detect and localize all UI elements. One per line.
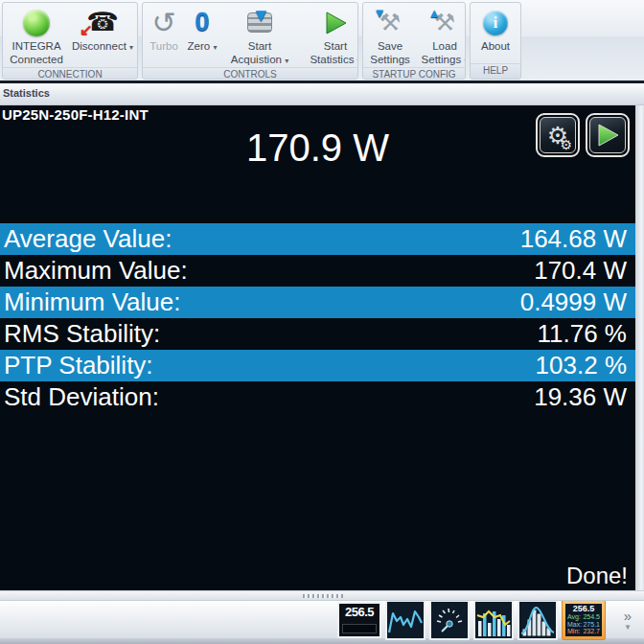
gauge-icon[interactable] <box>429 600 470 640</box>
load-settings-button[interactable]: ⚒▲ Load Settings ▾ <box>416 4 466 67</box>
connected-status-icon <box>23 10 50 36</box>
row-value: 103.2 % <box>536 351 627 380</box>
chevrons-icon: » <box>624 609 632 623</box>
table-row: PTP Stability: 103.2 % <box>0 350 635 381</box>
ribbon-group-controls: ↺ Turbo 0 Zero ▾ ▼ Start Acquistion ▾ St… <box>142 2 358 80</box>
about-button[interactable]: i About <box>474 4 517 55</box>
statistics-display-panel: UP25N-250F-H12-INT 170.9 W ⚙ ⚙ Average V… <box>0 105 635 590</box>
table-row: RMS Stability: 11.76 % <box>0 318 635 350</box>
sensor-name: UP25N-250F-H12-INT <box>2 106 149 123</box>
disconnect-phone-icon: ☎↙ <box>86 10 119 35</box>
bar-chart-icon[interactable] <box>473 600 514 640</box>
thumbnail-value: 256.5 <box>567 605 600 614</box>
row-value: 170.4 W <box>534 256 627 286</box>
row-label: Std Deviation: <box>4 382 159 412</box>
statistics-table: Average Value: 164.68 W Maximum Value: 1… <box>0 223 635 413</box>
ribbon-group-help: i About HELP <box>470 2 521 80</box>
dropdown-caret-icon: ▾ <box>285 57 288 65</box>
thumbnail-max: Max:275.1 <box>567 621 600 629</box>
row-label: Maximum Value: <box>4 256 188 286</box>
group-label-help: HELP <box>471 63 520 79</box>
row-label: PTP Stability: <box>4 351 153 380</box>
group-label-connection: CONNECTION <box>3 67 137 80</box>
line-chart-icon[interactable] <box>385 600 426 640</box>
table-row: Std Deviation: 19.36 W <box>0 381 635 413</box>
play-icon <box>322 10 349 36</box>
display-mode-tray: 256.5 <box>0 601 644 638</box>
integra-connected-label: INTEGRA Connected <box>6 40 67 66</box>
start-statistics-button[interactable]: Start Statistics ▾ <box>299 4 358 67</box>
thumbnail-min: Min:232.7 <box>567 628 600 635</box>
dropdown-caret-icon: ▾ <box>213 43 217 52</box>
acquisition-database-icon: ▼ <box>247 12 272 33</box>
group-label-controls: CONTROLS <box>143 67 357 80</box>
tray-expand-button[interactable]: » ▾ <box>615 609 640 632</box>
turbo-label: Turbo <box>146 40 182 54</box>
dropdown-caret-icon: ▾ <box>357 57 358 65</box>
ribbon: INTEGRA Connected ☎↙ Disconnect ▾ CONNEC… <box>0 0 644 80</box>
load-settings-tools-icon: ⚒▲ <box>434 11 455 34</box>
gear-small-icon: ⚙ <box>560 138 572 151</box>
row-label: Average Value: <box>4 224 172 254</box>
statistics-thumbnail-active[interactable]: 256.5 Avg:254.5 Max:275.1 Min:232.7 <box>562 600 606 640</box>
table-row: Average Value: 164.68 W <box>0 223 635 255</box>
turbo-icon: ↺ <box>151 9 175 37</box>
dropdown-caret-icon: ▾ <box>464 57 466 65</box>
splitter-grip-icon[interactable] <box>303 594 343 598</box>
status-text: Done! <box>566 563 628 589</box>
up-arrow-icon: ▲ <box>428 7 441 19</box>
save-settings-label: Save Settings <box>366 40 414 66</box>
panel-right-gutter <box>635 105 644 590</box>
down-arrow-icon: ▼ <box>374 7 386 19</box>
horizontal-splitter[interactable] <box>0 590 644 601</box>
row-value: 19.36 W <box>534 382 627 412</box>
level-bar-icon <box>342 624 377 633</box>
play-icon <box>593 121 622 150</box>
about-label: About <box>476 40 515 54</box>
ribbon-group-connection: INTEGRA Connected ☎↙ Disconnect ▾ CONNEC… <box>2 2 138 80</box>
row-label: RMS Stability: <box>4 319 160 349</box>
zero-icon: 0 <box>195 10 209 35</box>
panel-start-button[interactable] <box>586 113 630 157</box>
zero-button[interactable]: 0 Zero ▾ <box>184 4 220 55</box>
save-settings-button[interactable]: ⚒▼ Save Settings <box>364 4 416 67</box>
start-acquisition-label: Start Acquistion <box>231 40 282 65</box>
turbo-button[interactable]: ↺ Turbo <box>144 4 184 55</box>
thumbnail-value: 256.5 <box>345 605 374 619</box>
histogram-icon[interactable] <box>518 600 558 640</box>
info-icon: i <box>483 11 508 35</box>
save-settings-tools-icon: ⚒▼ <box>380 11 401 34</box>
integra-connected-button[interactable]: INTEGRA Connected <box>4 4 69 67</box>
caret-down-icon: ▾ <box>626 623 631 632</box>
group-label-startup-config: STARTUP CONFIG <box>363 67 465 80</box>
disconnect-button[interactable]: ☎↙ Disconnect ▾ <box>69 4 136 55</box>
red-arrow-icon: ↙ <box>80 23 92 38</box>
thumbnail-avg: Avg:254.5 <box>567 613 600 621</box>
row-label: Minimum Value: <box>4 288 180 317</box>
table-row: Maximum Value: 170.4 W <box>0 255 635 287</box>
statistics-panel-header: Statistics <box>0 83 644 105</box>
dropdown-caret-icon: ▾ <box>129 43 133 52</box>
start-acquisition-button[interactable]: ▼ Start Acquistion ▾ <box>220 4 299 67</box>
down-arrow-icon: ▼ <box>252 6 270 24</box>
ribbon-group-startup-config: ⚒▼ Save Settings ⚒▲ Load Settings ▾ STAR… <box>362 2 466 80</box>
table-row: Minimum Value: 0.4999 W <box>0 287 635 318</box>
numeric-display-thumbnail[interactable]: 256.5 <box>337 602 381 638</box>
row-value: 164.68 W <box>520 224 627 254</box>
disconnect-label: Disconnect <box>72 40 126 52</box>
content-area: UP25N-250F-H12-INT 170.9 W ⚙ ⚙ Average V… <box>0 105 644 590</box>
row-value: 0.4999 W <box>520 288 627 317</box>
panel-settings-button[interactable]: ⚙ ⚙ <box>536 113 580 157</box>
load-settings-label: Load Settings <box>422 40 462 65</box>
start-statistics-label: Start Statistics <box>310 40 354 65</box>
zero-label: Zero <box>188 40 211 52</box>
row-value: 11.76 % <box>538 319 627 349</box>
